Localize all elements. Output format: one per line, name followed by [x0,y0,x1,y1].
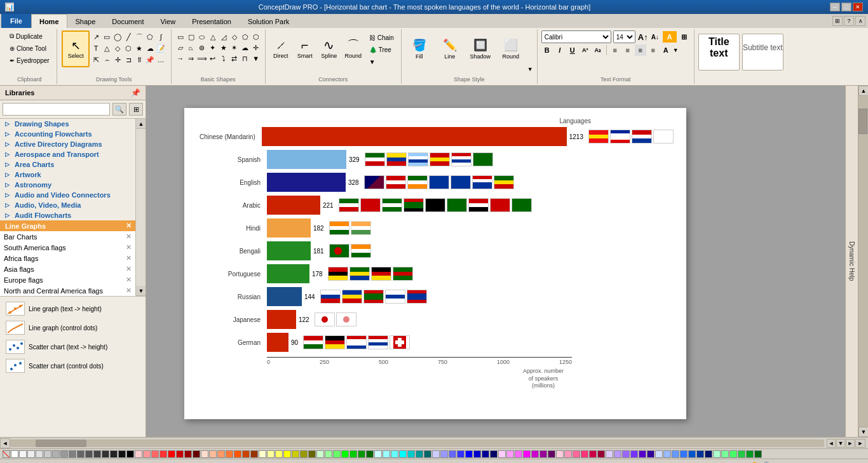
subscript-btn[interactable]: A₂ [592,44,604,56]
color-swatch[interactable] [341,450,349,458]
note-tool[interactable]: 📝 [156,43,166,53]
tab-home[interactable]: Home [31,14,67,28]
rrect-shape[interactable]: ▢ [186,32,196,42]
tab-solution-park[interactable]: Solution Park [240,14,297,28]
color-swatch[interactable] [316,450,324,458]
size-select[interactable]: 14 [613,30,635,43]
color-swatch[interactable] [27,450,35,458]
north-central-close[interactable]: ✕ [126,286,132,295]
color-swatch[interactable] [713,450,721,458]
sidebar-item-south-america[interactable]: South America flags ✕ [0,242,135,253]
subtitle-text-button[interactable]: Subtitle text [742,34,783,70]
arr5-shape[interactable]: ⤵ [219,53,229,64]
color-swatch[interactable] [44,450,51,458]
color-swatch[interactable] [69,450,76,458]
color-swatch[interactable] [589,450,597,458]
color-swatch[interactable] [581,450,588,458]
color-swatch[interactable] [19,450,27,458]
color-swatch[interactable] [85,450,93,458]
sidebar-item-active-dir[interactable]: Active Directory Diagrams [0,139,135,149]
connector-more[interactable]: ▼ [366,56,397,67]
smart-button[interactable]: ⌐ Smart [294,30,316,67]
spline-button[interactable]: ∿ Spline [318,30,341,67]
bar-charts-close[interactable]: ✕ [126,232,132,241]
scroll-up-btn[interactable]: ▲ [136,119,146,129]
color-swatch[interactable] [490,450,498,458]
color-swatch[interactable] [449,450,456,458]
hex-shape[interactable]: ⬡ [251,32,261,42]
color-swatch[interactable] [308,450,316,458]
align-justify-btn[interactable]: ≡ [648,44,659,56]
tree-button[interactable]: 🌲 Tree [366,44,397,55]
color-swatch[interactable] [349,450,357,458]
arc-tool[interactable]: ⌢ [102,55,112,65]
color-swatch[interactable] [358,450,365,458]
color-swatch[interactable] [407,450,415,458]
search-button[interactable]: 🔍 [112,103,126,116]
tri-tool[interactable]: △ [102,43,112,53]
arr2-shape[interactable]: ⇒ [186,53,196,64]
color-swatch[interactable] [655,450,663,458]
color-swatch[interactable] [639,450,646,458]
minimize-button[interactable]: ─ [830,3,840,11]
color-swatch[interactable] [738,450,745,458]
color-swatch[interactable] [440,450,448,458]
sidebar-item-drawing-shapes[interactable]: Drawing Shapes [0,119,135,129]
color-swatch[interactable] [325,450,332,458]
color-swatch[interactable] [696,450,704,458]
color-swatch[interactable] [391,450,398,458]
color-swatch[interactable] [663,450,671,458]
africa-close[interactable]: ✕ [126,254,132,262]
sidebar-item-north-central[interactable]: North and Central America flags ✕ [0,285,135,296]
rect-tool[interactable]: ▭ [102,32,112,42]
nav-left[interactable]: ◄ [827,439,836,448]
color-swatch[interactable] [672,450,679,458]
cloud-tool[interactable]: ☁ [145,43,155,53]
title-text-button[interactable]: Title text [698,34,740,70]
color-swatch[interactable] [60,450,68,458]
color-swatch[interactable] [217,450,225,458]
color-swatch[interactable] [416,450,423,458]
oval-tool[interactable]: ◯ [112,32,123,42]
align-right-btn[interactable]: ≡ [635,44,646,56]
align-left-btn[interactable]: ≡ [609,44,621,56]
color-swatch[interactable] [184,450,192,458]
color-swatch[interactable] [688,450,696,458]
color-swatch[interactable] [746,450,754,458]
shrink-font-btn[interactable]: A↓ [649,31,661,43]
oval-shape[interactable]: ⬭ [197,32,207,42]
color-swatch[interactable] [506,450,514,458]
color-swatch[interactable] [118,450,126,458]
eyedropper-button[interactable]: ✒ Eyedropper [6,55,53,66]
color-swatch[interactable] [93,450,101,458]
diamond-shape[interactable]: ◇ [229,32,240,42]
superscript-btn[interactable]: A² [580,44,591,56]
sidebar-item-av-media[interactable]: Audio, Video, Media [0,200,135,210]
bezier-tool[interactable]: ∫ [156,32,166,42]
color-swatch[interactable] [573,450,580,458]
dynamic-help-panel[interactable]: Dynamic Help [845,86,858,437]
color-swatch[interactable] [630,450,638,458]
tab-document[interactable]: Document [104,14,152,28]
color-swatch[interactable] [176,450,184,458]
star5-shape[interactable]: ★ [219,43,229,53]
resize-tool[interactable]: ⇱ [91,55,101,65]
color-swatch[interactable] [110,450,118,458]
color-swatch[interactable] [473,450,481,458]
color-swatch[interactable] [705,450,712,458]
more-text-btn[interactable]: ⊞ [679,31,690,43]
color-swatch[interactable] [597,450,605,458]
band-tool[interactable]: ⥣ [134,55,144,65]
color-swatch[interactable] [151,450,159,458]
duplicate-button[interactable]: ⧉ Duplicate [6,30,46,42]
sidebar-pin-btn[interactable]: 📌 [131,88,140,97]
scroll-thumb[interactable] [858,109,867,134]
underline-btn[interactable]: U [567,44,578,56]
sidebar-item-artwork[interactable]: Artwork [0,170,135,180]
color-swatch[interactable] [52,450,60,458]
fill-button[interactable]: 🪣 Fill [405,30,433,67]
color-swatch[interactable] [201,450,208,458]
color-swatch[interactable] [36,450,43,458]
sidebar-item-europe[interactable]: Europe flags ✕ [0,274,135,285]
color-swatch[interactable] [564,450,572,458]
